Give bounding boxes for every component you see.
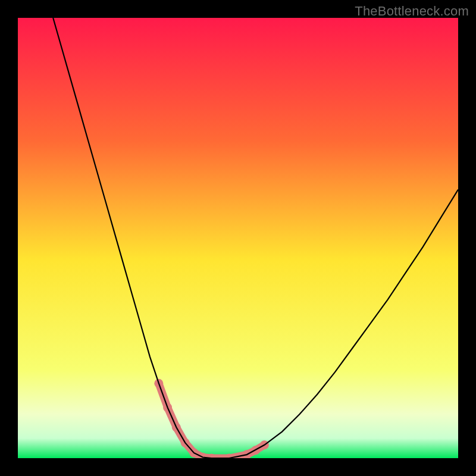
attribution-text: TheBottleneck.com	[355, 4, 469, 19]
bottleneck-chart	[18, 18, 458, 458]
chart-frame: TheBottleneck.com	[0, 0, 476, 476]
heat-gradient-background	[18, 18, 458, 458]
plot-area	[18, 18, 458, 458]
